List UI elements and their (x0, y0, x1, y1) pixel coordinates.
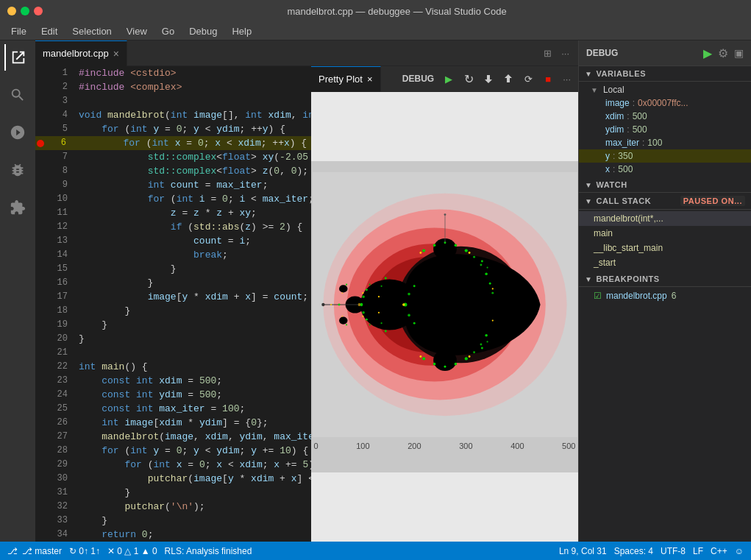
status-language[interactable]: C++ (711, 546, 727, 556)
svg-point-33 (407, 314, 410, 317)
activity-git[interactable] (4, 119, 31, 146)
callstack-frame-0[interactable]: mandelbrot(int*,... (579, 211, 751, 226)
breakpoint-item-0[interactable]: ☑ mandelbrot.cpp 6 (579, 288, 751, 303)
breakpoints-section[interactable]: ▼ BREAKPOINTS (579, 272, 751, 287)
svg-point-42 (369, 324, 370, 325)
var-xdim[interactable]: xdim : 500 (579, 110, 751, 123)
callstack-frame-2[interactable]: __libc_start_main (579, 241, 751, 255)
tab-close-mandelbrot[interactable]: × (113, 48, 119, 60)
editor-area: mandelbrot.cpp × ⊞ ··· 1 #include <cstdi… (35, 40, 578, 542)
svg-point-51 (362, 292, 363, 294)
tab-label-mandelbrot: mandelbrot.cpp (43, 48, 109, 59)
code-line-18: 18 } (35, 304, 311, 318)
editor-tabs: mandelbrot.cpp × ⊞ ··· (35, 40, 578, 66)
main-layout: mandelbrot.cpp × ⊞ ··· 1 #include <cstdi… (0, 40, 751, 542)
svg-point-7 (360, 279, 418, 330)
svg-point-18 (473, 256, 475, 258)
var-y[interactable]: y : 350 (579, 149, 751, 163)
var-max-iter[interactable]: max_iter : 100 (579, 136, 751, 149)
code-line-27: 27 mandelbrot(image, xdim, ydim, max_ite… (35, 430, 311, 444)
activity-extensions[interactable] (4, 194, 31, 221)
plot-tabs: Pretty Plot × DEBUG ▶ ↻ ⟳ (311, 66, 578, 92)
status-eol[interactable]: LF (693, 546, 703, 556)
svg-point-62 (486, 341, 488, 342)
local-label: Local (603, 85, 624, 95)
status-right: Ln 9, Col 31 Spaces: 4 UTF-8 LF C++ ☺ (559, 546, 744, 556)
code-line-2: 2 #include <complex> (35, 80, 311, 94)
menu-debug[interactable]: Debug (182, 24, 224, 38)
activity-search[interactable] (4, 82, 31, 108)
x-axis-labels: 0 100 200 300 400 500 (313, 442, 577, 450)
svg-point-30 (485, 334, 488, 337)
var-x[interactable]: x : 500 (579, 163, 751, 176)
close-button[interactable] (34, 7, 43, 15)
more-actions-icon[interactable]: ··· (558, 46, 572, 60)
debug-section-header: DEBUG ▶ ⚙ ▣ (579, 40, 751, 66)
svg-point-48 (419, 355, 421, 358)
svg-point-35 (413, 322, 415, 325)
status-sync[interactable]: ↻ 0↑ 1↑ (69, 546, 100, 556)
svg-point-26 (454, 363, 457, 366)
tab-mandelbrot[interactable]: mandelbrot.cpp × (35, 40, 127, 66)
svg-point-27 (464, 357, 467, 360)
local-scope[interactable]: ▼ Local (579, 83, 751, 96)
code-line-33: 33 } (35, 514, 311, 528)
tab-icons: ⊞ ··· (535, 46, 578, 60)
status-emoji[interactable]: ☺ (735, 546, 744, 556)
split-editor-icon[interactable]: ⊞ (541, 46, 555, 60)
menu-edit[interactable]: Edit (34, 24, 65, 38)
code-line-21: 21 (35, 346, 311, 360)
svg-point-21 (488, 283, 491, 285)
code-line-7: 7 std::complex<float> xy(-2.05 + (35, 150, 311, 164)
step-over-button[interactable]: ↻ (460, 70, 477, 88)
code-line-31: 31 } (35, 486, 311, 500)
menu-selection[interactable]: Selection (65, 24, 118, 38)
step-into-button[interactable] (480, 70, 497, 88)
debug-section-label: DEBUG (586, 48, 618, 58)
menu-go[interactable]: Go (154, 24, 182, 38)
status-encoding[interactable]: UTF-8 (661, 546, 686, 556)
stop-button[interactable]: ■ (539, 70, 557, 88)
debug-gear-button[interactable]: ⚙ (718, 46, 728, 60)
var-ydim[interactable]: ydim : 500 (579, 123, 751, 136)
var-image[interactable]: image : 0x00007ffc... (579, 96, 751, 110)
code-editor[interactable]: 1 #include <cstdio> 2 #include <complex>… (35, 66, 311, 542)
callstack-frame-3[interactable]: _start (579, 255, 751, 270)
code-line-13: 13 count = i; (35, 234, 311, 248)
variables-label: VARIABLES (596, 69, 646, 78)
plot-more-button[interactable]: ··· (559, 74, 574, 85)
status-errors[interactable]: ✕ 0 △ 1 ▲ 0 (107, 546, 157, 556)
window-controls[interactable] (7, 7, 43, 15)
status-spaces[interactable]: Spaces: 4 (614, 546, 653, 556)
debug-terminal-button[interactable]: ▣ (734, 47, 744, 59)
minimize-button[interactable] (7, 7, 16, 15)
step-out-button[interactable] (499, 70, 517, 88)
svg-point-14 (433, 244, 435, 247)
status-git[interactable]: ⎇ ⎇ master (7, 546, 62, 556)
code-line-15: 15 } (35, 262, 311, 276)
callstack-frame-1[interactable]: main (579, 226, 751, 241)
svg-point-45 (491, 288, 493, 289)
tab-pretty-plot[interactable]: Pretty Plot × (311, 66, 381, 92)
mandelbrot-plot (313, 172, 577, 437)
activity-debug[interactable] (4, 157, 31, 183)
maximize-button[interactable] (21, 7, 29, 15)
callstack-section[interactable]: ▼ CALL STACK PAUSED ON... (579, 193, 751, 210)
menu-help[interactable]: Help (224, 24, 259, 38)
restart-button[interactable]: ⟳ (519, 70, 537, 88)
code-line-11: 11 z = z * z + xy; (35, 206, 311, 220)
watch-section[interactable]: ▼ WATCH (579, 177, 751, 193)
menu-file[interactable]: File (4, 24, 34, 38)
variables-section[interactable]: ▼ VARIABLES (579, 66, 751, 82)
status-analysis[interactable]: RLS: Analysis finished (165, 546, 252, 556)
activity-explorer[interactable] (4, 44, 31, 71)
code-line-12: 12 if (std::abs(z) >= 2) { (35, 220, 311, 234)
svg-point-13 (422, 249, 425, 252)
svg-point-65 (380, 286, 382, 287)
debug-play-button[interactable]: ▶ (703, 46, 712, 60)
code-line-30: 30 putchar(image[y * xdim + x] < m (35, 472, 311, 486)
status-position[interactable]: Ln 9, Col 31 (559, 546, 607, 556)
plot-tab-close[interactable]: × (367, 74, 373, 85)
continue-button[interactable]: ▶ (440, 70, 458, 88)
menu-view[interactable]: View (119, 24, 154, 38)
